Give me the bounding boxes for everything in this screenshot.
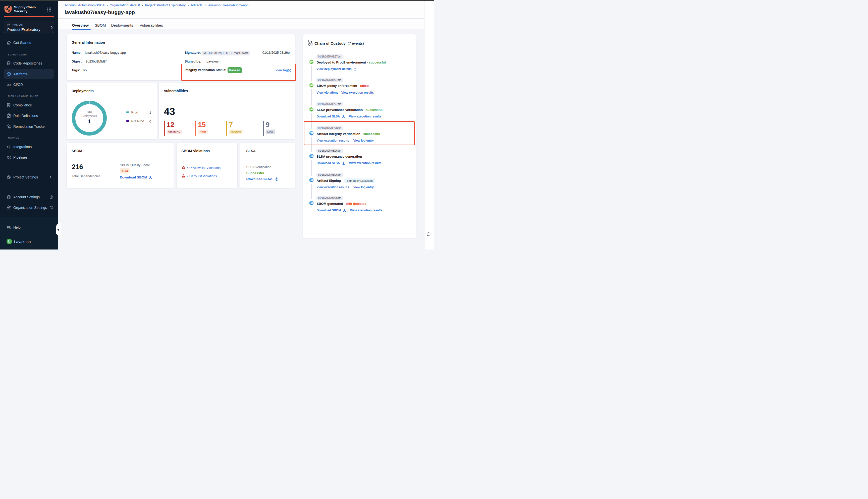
svg-text:?: ? [8, 226, 9, 228]
